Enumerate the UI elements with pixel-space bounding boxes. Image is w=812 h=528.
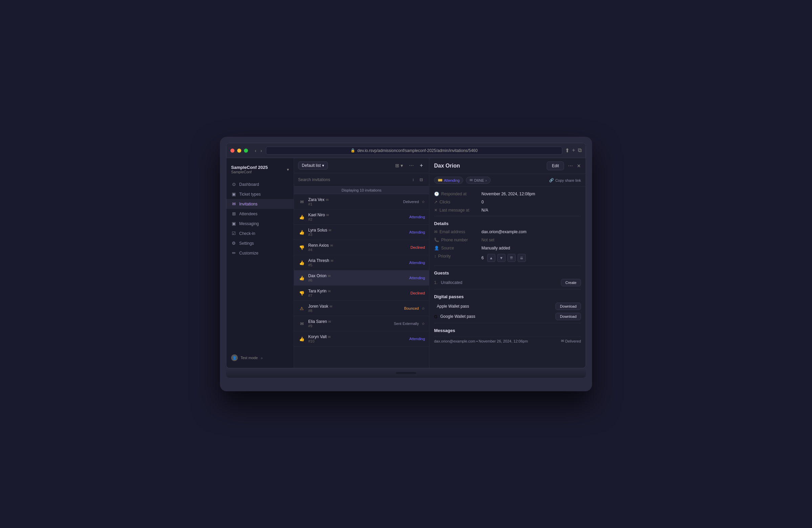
priority-bottom-btn[interactable]: ⇊ bbox=[518, 254, 526, 262]
close-window-btn[interactable] bbox=[230, 148, 234, 153]
inv-status: Attending bbox=[409, 261, 425, 265]
inv-name: Dax Orion ✉ bbox=[308, 273, 407, 278]
divider bbox=[434, 216, 581, 216]
sidebar-item-customize[interactable]: ✏ Customize bbox=[226, 248, 294, 258]
browser-actions: ⬆ + ⧉ bbox=[565, 147, 582, 154]
list-item[interactable]: 👍 Kael Niro ✉ #2 Attending bbox=[294, 210, 429, 225]
sidebar-item-attendees[interactable]: ⊞ Attendees bbox=[226, 209, 294, 219]
priority-top-btn[interactable]: ⇈ bbox=[508, 254, 516, 262]
sidebar-item-check-in[interactable]: ☑ Check-in bbox=[226, 228, 294, 238]
address-bar[interactable]: 🔒 dev.io.rsvp/admissionconf/sampleconf-2… bbox=[266, 146, 562, 155]
add-invitation-btn[interactable]: + bbox=[418, 161, 425, 170]
list-item[interactable]: 👍 Koryn Valt ✉ #10 Attending bbox=[294, 331, 429, 346]
edit-button[interactable]: Edit bbox=[547, 161, 564, 170]
list-item[interactable]: 👎 Renn Axios ✉ #4 Declined bbox=[294, 240, 429, 255]
star-icon[interactable]: ☆ bbox=[422, 322, 425, 326]
google-wallet-download-btn[interactable]: Download bbox=[555, 313, 581, 320]
sidebar-item-dashboard[interactable]: ⊙ Dashboard bbox=[226, 180, 294, 189]
share-icon: 🔗 bbox=[549, 178, 554, 183]
clock-icon: 🕐 bbox=[434, 191, 439, 196]
maximize-window-btn[interactable] bbox=[244, 148, 248, 153]
url-text: dev.io.rsvp/admissionconf/sampleconf-202… bbox=[357, 148, 477, 153]
copy-share-link-btn[interactable]: 🔗 Copy share link bbox=[549, 178, 581, 183]
source-icon: 👤 bbox=[434, 246, 439, 251]
ticket-badge[interactable]: ✉ D6NE › bbox=[466, 177, 490, 184]
filter-btn[interactable]: ⊟ bbox=[418, 176, 425, 183]
more-options-btn[interactable]: ⋯ bbox=[407, 161, 416, 170]
list-selector[interactable]: Default list ▾ bbox=[298, 161, 328, 170]
minimize-window-btn[interactable] bbox=[237, 148, 241, 153]
status-badge: 🎫 Attending bbox=[434, 177, 463, 184]
email-label: ✉ Email address bbox=[434, 229, 478, 234]
inv-num: #7 bbox=[308, 294, 408, 298]
email-icon: ✉ bbox=[328, 274, 331, 278]
inv-info: Kael Niro ✉ #2 bbox=[308, 213, 407, 222]
star-icon[interactable]: ☆ bbox=[422, 200, 425, 204]
list-item[interactable]: 👍 Lyra Solus ✉ #3 Attending bbox=[294, 225, 429, 240]
message-from: dax.orion@example.com • November 26, 202… bbox=[434, 339, 558, 343]
share-link-text: Copy share link bbox=[555, 179, 581, 183]
sidebar-item-messaging[interactable]: ▣ Messaging bbox=[226, 219, 294, 228]
attendees-icon: ⊞ bbox=[231, 211, 236, 216]
panel-header: Default list ▾ ⊞ ▾ ⋯ + bbox=[294, 158, 429, 173]
displaying-bar: Displaying 10 invitations bbox=[294, 186, 429, 194]
view-toggle-btn[interactable]: ⊞ ▾ bbox=[393, 161, 405, 170]
trackpad-notch bbox=[396, 372, 416, 374]
inv-info: Joren Vask ✉ #8 bbox=[308, 304, 402, 313]
detail-body: 🕐 Responded at November 26, 2024, 12:08p… bbox=[429, 187, 586, 350]
list-item[interactable]: 👍 Aria Thresh ✉ #5 Attending bbox=[294, 255, 429, 270]
priority-up-btn[interactable]: ▲ bbox=[487, 254, 495, 262]
list-item[interactable]: ⚠ Joren Vask ✉ #8 Bounced ☆ bbox=[294, 301, 429, 316]
detail-more-options-btn[interactable]: ⋯ bbox=[567, 162, 574, 169]
email-icon: ✉ bbox=[329, 228, 331, 232]
list-item[interactable]: 👎 Tara Kyrin ✉ #7 Declined bbox=[294, 286, 429, 301]
sidebar-item-ticket-types[interactable]: ▣ Ticket types bbox=[226, 189, 294, 199]
new-tab-icon[interactable]: + bbox=[572, 147, 575, 154]
sidebar-title: SampleConf 2025 bbox=[231, 165, 267, 170]
check-in-icon: ☑ bbox=[231, 231, 236, 236]
sidebar-label-customize: Customize bbox=[239, 251, 259, 256]
forward-btn[interactable]: › bbox=[259, 147, 264, 154]
status-icon: ✉ bbox=[298, 320, 305, 327]
priority-down-btn[interactable]: ▼ bbox=[497, 254, 506, 262]
search-input[interactable] bbox=[298, 177, 407, 182]
sidebar-item-settings[interactable]: ⚙ Settings bbox=[226, 238, 294, 248]
list-item[interactable]: ✉ Zara Vex ✉ #1 Delivered ☆ bbox=[294, 194, 429, 210]
inv-name: Joren Vask ✉ bbox=[308, 304, 402, 309]
apple-wallet-download-btn[interactable]: Download bbox=[555, 303, 581, 310]
inv-name: Tara Kyrin ✉ bbox=[308, 289, 408, 294]
sort-btn[interactable]: ↕ bbox=[410, 176, 416, 183]
inv-name: Renn Axios ✉ bbox=[308, 243, 408, 248]
detail-close-btn[interactable]: ✕ bbox=[577, 163, 581, 169]
sidebar-subtitle: SampleConf bbox=[231, 170, 267, 174]
list-item[interactable]: 👍 Dax Orion ✉ #6 Attending bbox=[294, 270, 429, 286]
sidebar-item-invitations[interactable]: ✉ Invitations bbox=[226, 199, 294, 209]
share-browser-icon[interactable]: ⬆ bbox=[565, 147, 569, 154]
star-icon[interactable]: ☆ bbox=[422, 306, 425, 311]
guests-section-title: Guests bbox=[434, 270, 581, 275]
google-wallet-row: G Google Wallet pass Download bbox=[434, 313, 581, 320]
create-guest-btn[interactable]: Create bbox=[561, 279, 581, 286]
invitations-panel: Default list ▾ ⊞ ▾ ⋯ + ↕ ⊟ bbox=[294, 158, 429, 368]
inv-num: #4 bbox=[308, 248, 408, 252]
back-btn[interactable]: ‹ bbox=[253, 147, 258, 154]
sidebar-label-ticket-types: Ticket types bbox=[239, 192, 261, 197]
email-icon: ✉ bbox=[326, 198, 329, 202]
list-item[interactable]: ✉ Elia Saren ✉ #9 Sent Externally ☆ bbox=[294, 316, 429, 331]
displaying-count: Displaying 10 invitations bbox=[342, 188, 381, 192]
sidebar-chevron-icon[interactable]: ▾ bbox=[287, 167, 289, 172]
test-mode-toggle-icon[interactable]: ⬦ bbox=[261, 355, 263, 360]
source-value: Manually added bbox=[481, 246, 510, 251]
inv-info: Renn Axios ✉ #4 bbox=[308, 243, 408, 252]
email-icon: ✉ bbox=[328, 289, 331, 293]
divider bbox=[434, 289, 581, 289]
test-mode-label: Test mode bbox=[241, 356, 258, 360]
inv-status: Declined bbox=[410, 291, 425, 295]
email-icon: ✉ bbox=[328, 320, 331, 324]
tabs-icon[interactable]: ⧉ bbox=[578, 147, 582, 154]
email-field-icon: ✉ bbox=[434, 229, 437, 234]
divider bbox=[434, 265, 581, 266]
detail-row-last-message: ✕ Last message at N/A bbox=[434, 208, 581, 213]
phone-icon: 📞 bbox=[434, 238, 439, 242]
message-row: dax.orion@example.com • November 26, 202… bbox=[434, 337, 581, 345]
